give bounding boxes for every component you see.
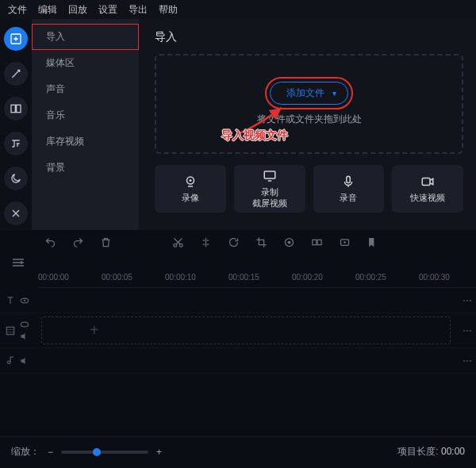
menu-export[interactable]: 导出: [129, 3, 148, 17]
ruler-tick: 00:00:05: [102, 273, 132, 282]
side-menu: 导入 媒体区 声音 音乐 库存视频 背景: [32, 19, 139, 230]
add-track-button[interactable]: [11, 257, 25, 268]
capture-screen-label: 录制 截屏视频: [252, 187, 287, 208]
capture-fast-label: 快速视频: [410, 193, 445, 203]
wand-icon: [10, 67, 22, 80]
svg-point-15: [344, 241, 346, 244]
zoom-label: 缩放：: [11, 445, 40, 458]
proj-len-value: 00:00: [441, 446, 465, 457]
split-button[interactable]: [200, 236, 212, 248]
timeline-area: 00:00:00 00:00:05 00:00:10 00:00:15 00:0…: [0, 254, 476, 436]
track-options[interactable]: ⋯: [459, 355, 476, 366]
plus-icon: [10, 33, 22, 45]
filters-tool[interactable]: [4, 62, 28, 86]
tracks: ⋯ + ⋯ ⋯: [0, 288, 476, 374]
webcam-icon: [183, 175, 198, 189]
record-vo-button[interactable]: [339, 236, 351, 248]
svg-rect-12: [313, 240, 317, 244]
video-track-dropzone[interactable]: +: [41, 316, 451, 344]
menu-file[interactable]: 文件: [8, 3, 27, 17]
svg-rect-18: [6, 327, 13, 334]
drop-hint: 将文件或文件夹拖到此处: [257, 113, 362, 126]
capture-row: 录像 录制 截屏视频 录音 快速视频: [155, 165, 463, 213]
add-file-button[interactable]: 添加文件 ▾: [270, 82, 348, 105]
menubar: 文件 编辑 回放 设置 导出 帮助: [0, 0, 476, 19]
chevron-down-icon: ▾: [332, 89, 336, 98]
capture-audio[interactable]: 录音: [313, 165, 385, 213]
sidebar-item-stock[interactable]: 库存视频: [32, 129, 139, 155]
time-ruler[interactable]: 00:00:00 00:00:05 00:00:10 00:00:15 00:0…: [38, 267, 476, 288]
track-options[interactable]: ⋯: [459, 295, 476, 306]
transition-icon: [10, 102, 22, 115]
video-icon: [420, 175, 435, 189]
svg-rect-5: [264, 171, 275, 178]
svg-point-17: [24, 299, 25, 301]
title-track[interactable]: ⋯: [0, 288, 476, 313]
eye-icon[interactable]: [19, 319, 30, 330]
marker-button[interactable]: [367, 236, 378, 248]
film-icon: [5, 325, 16, 336]
capture-camera-label: 录像: [182, 193, 199, 203]
eye-icon[interactable]: [19, 295, 30, 306]
crop-button[interactable]: [255, 236, 267, 248]
redo-button[interactable]: [72, 236, 84, 248]
undo-button[interactable]: [44, 236, 56, 248]
svg-rect-13: [317, 240, 321, 244]
sidebar-item-import[interactable]: 导入: [32, 24, 139, 50]
left-rail: [0, 19, 32, 230]
titles-tool[interactable]: [4, 132, 28, 155]
screen-icon: [263, 169, 277, 183]
panel-title: 导入: [155, 30, 463, 44]
import-tool[interactable]: [4, 27, 28, 51]
ruler-tick: 00:00:20: [292, 273, 323, 282]
sidebar-item-sound[interactable]: 声音: [32, 76, 139, 102]
capture-audio-label: 录音: [340, 193, 357, 203]
speaker-icon[interactable]: [19, 331, 30, 342]
ruler-tick: 00:00:30: [419, 273, 450, 282]
capture-fast[interactable]: 快速视频: [392, 165, 463, 213]
timeline-toolbar: [0, 230, 476, 254]
sidebar-item-background[interactable]: 背景: [32, 155, 139, 181]
menu-settings[interactable]: 设置: [98, 3, 117, 17]
sidebar-item-music[interactable]: 音乐: [32, 102, 139, 129]
annotation-text: 导入视频文件: [221, 129, 288, 143]
zoom-slider[interactable]: [61, 451, 148, 454]
sidebar-item-media[interactable]: 媒体区: [32, 50, 139, 76]
capture-screen[interactable]: 录制 截屏视频: [234, 165, 305, 213]
capture-camera[interactable]: 录像: [155, 165, 226, 213]
delete-button[interactable]: [100, 236, 112, 248]
video-track[interactable]: + ⋯: [0, 313, 476, 348]
color-button[interactable]: [283, 236, 295, 248]
cut-button[interactable]: [172, 236, 184, 248]
ruler-tick: 00:00:10: [165, 273, 196, 282]
proj-len-label: 项目长度:: [397, 446, 438, 457]
menu-edit[interactable]: 编辑: [38, 3, 57, 17]
transitions-tool[interactable]: [4, 97, 28, 121]
menu-help[interactable]: 帮助: [159, 3, 178, 17]
svg-rect-6: [347, 176, 351, 182]
audio-track[interactable]: ⋯: [0, 348, 476, 374]
music-icon: [5, 355, 16, 366]
transition-button[interactable]: [311, 236, 323, 248]
import-panel: 导入 添加文件 ▾ 将文件或文件夹拖到此处 导入视频文件 录像 录制 截屏视频: [139, 19, 476, 230]
track-options[interactable]: ⋯: [459, 325, 476, 336]
stickers-tool[interactable]: [4, 167, 28, 190]
menu-playback[interactable]: 回放: [68, 3, 87, 17]
more-tools[interactable]: [4, 201, 28, 225]
dropzone[interactable]: 添加文件 ▾ 将文件或文件夹拖到此处 导入视频文件: [155, 54, 463, 154]
tools-icon: [10, 207, 22, 220]
ruler-tick: 00:00:15: [228, 273, 259, 282]
svg-rect-2: [17, 105, 21, 112]
rotate-button[interactable]: [228, 236, 240, 248]
title-track-head: [0, 295, 35, 306]
ruler-tick: 00:00:00: [38, 273, 69, 282]
zoom-in-button[interactable]: +: [156, 447, 162, 458]
bottombar: 缩放： − + 项目长度: 00:00: [0, 436, 476, 466]
video-track-head: [0, 319, 35, 342]
svg-point-19: [21, 322, 28, 327]
svg-rect-1: [11, 105, 15, 112]
project-length: 项目长度: 00:00: [397, 445, 465, 458]
speaker-icon[interactable]: [19, 355, 30, 366]
zoom-out-button[interactable]: −: [48, 447, 53, 458]
ruler-tick: 00:00:25: [355, 273, 386, 282]
